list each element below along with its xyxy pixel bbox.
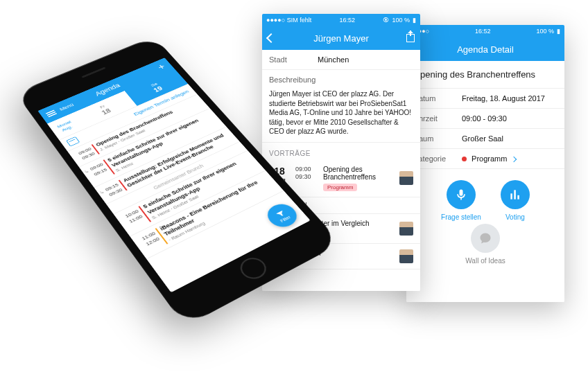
svg-rect-1	[514, 190, 516, 199]
status-battery: 100 %	[392, 17, 410, 24]
label-date: Datum	[413, 94, 462, 103]
chevron-right-icon	[511, 157, 517, 162]
speaker-avatar	[399, 222, 413, 236]
calendar-icon[interactable]	[66, 136, 80, 147]
share-icon	[406, 34, 415, 42]
action-ask-question[interactable]: Frage stellen	[441, 180, 481, 221]
svg-rect-2	[517, 195, 519, 200]
speaker-avatar	[399, 249, 413, 263]
phone-agenda-detail: ●●●●○ 16:52 100 %▮ Agenda Detail Opening…	[406, 25, 564, 302]
action-wall-of-ideas[interactable]: Wall of Ideas	[465, 224, 505, 265]
action-vote-label: Voting	[505, 213, 525, 221]
category-dot-icon	[462, 157, 467, 161]
device-frame: Menü Agenda + Monat Aug. Fr18 Sa19	[15, 36, 341, 326]
value-category: Programm	[472, 154, 507, 163]
phone-agenda: Menü Agenda + Monat Aug. Fr18 Sa19	[17, 1, 363, 375]
detail-heading: Opening des Branchentreffens	[406, 61, 564, 89]
share-button[interactable]	[406, 26, 415, 50]
svg-rect-0	[510, 193, 512, 199]
status-time: 16:52	[475, 28, 491, 35]
mic-icon	[447, 180, 476, 209]
category-row[interactable]: Kategorie Programm	[406, 149, 564, 169]
navbar-title: Agenda Detail	[457, 44, 514, 55]
label-room: Raum	[413, 134, 462, 143]
value-date: Freitag, 18. August 2017	[462, 94, 557, 103]
label-category: Kategorie	[413, 154, 462, 163]
status-battery: 100 %	[536, 28, 554, 35]
detail-body: Opening des Branchentreffens DatumFreita…	[406, 61, 564, 302]
bar-chart-icon	[501, 180, 530, 209]
speaker-avatar	[399, 171, 413, 185]
chat-bubble-icon	[471, 224, 500, 253]
filter-fab[interactable]: Filter	[262, 200, 302, 231]
label-time: Uhrzeit	[413, 114, 462, 123]
value-time: 09:00 - 09:30	[462, 114, 557, 123]
value-room: Großer Saal	[462, 134, 557, 143]
navbar: Agenda Detail	[406, 37, 564, 61]
action-wall-label: Wall of Ideas	[465, 257, 505, 265]
home-button[interactable]	[236, 254, 271, 283]
agenda-screen: Menü Agenda + Monat Aug. Fr18 Sa19	[37, 57, 310, 292]
action-voting[interactable]: Voting	[501, 180, 530, 221]
status-bar: ●●●●○ 16:52 100 %▮	[406, 25, 564, 37]
action-ask-label: Frage stellen	[441, 213, 481, 221]
